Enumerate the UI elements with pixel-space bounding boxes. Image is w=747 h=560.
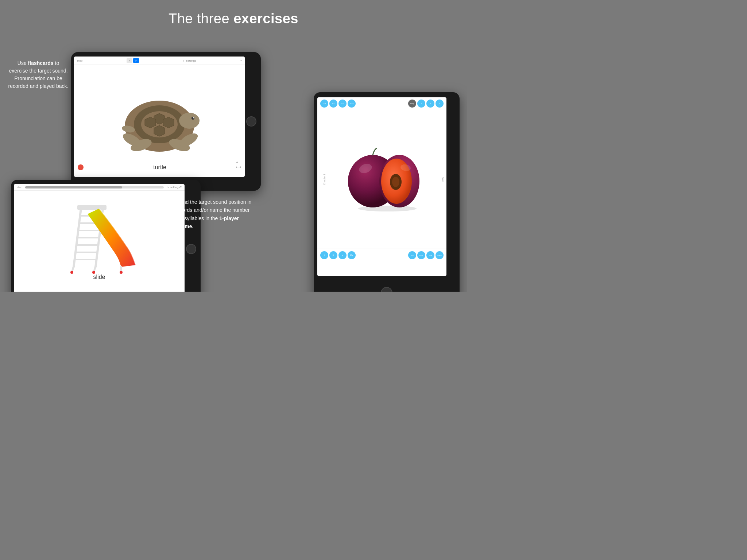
progress-bar-fill — [25, 186, 122, 188]
flashcard-toolbar: stop < > l - settings ? — [74, 57, 245, 65]
plum-image — [342, 143, 422, 216]
svg-marker-5 — [145, 117, 156, 128]
flashcard-bottom-bar: turtle + ⟷ − — [74, 158, 245, 176]
bottom-pos-btn-4[interactable]: —•— — [436, 251, 444, 259]
game-help-button[interactable]: ? — [180, 186, 182, 189]
turtle-svg — [105, 86, 214, 159]
bottom-left-buttons: I E M M+ — [320, 251, 356, 259]
nav-prev-btn[interactable]: < — [127, 58, 132, 63]
nav-buttons: < > — [127, 58, 139, 63]
title-regular: The three — [169, 11, 233, 26]
ipad-flashcard-screen: stop < > l - settings ? — [74, 57, 245, 177]
top-btn-I[interactable]: I — [417, 100, 425, 108]
bottom-btn-Mplus[interactable]: M+ — [348, 251, 356, 259]
top-btn-1[interactable]: —• — [320, 100, 328, 108]
ipad-2player-screen: —• •— •—• •—• stop I J S Chapter 1 — [317, 97, 446, 276]
ipad-bottom-left-home-button[interactable] — [186, 244, 196, 254]
ipad-right-home-button[interactable] — [381, 287, 392, 292]
svg-marker-6 — [154, 125, 165, 136]
bottom-btn-E[interactable]: E — [329, 251, 337, 259]
zoom-in-btn[interactable]: + — [236, 160, 241, 164]
svg-point-9 — [193, 117, 194, 118]
zoom-out-btn[interactable]: − — [236, 170, 241, 174]
bottom-btn-M[interactable]: M — [338, 251, 347, 259]
2player-bottom-bar: I E M M+ •— •—• —• —•— — [317, 249, 446, 261]
2player-top-bar: —• •— •—• •—• stop I J S — [317, 97, 446, 110]
flashcard-content: turtle + ⟷ − — [74, 65, 245, 176]
settings-button[interactable]: l - settings — [183, 59, 196, 62]
svg-point-30 — [92, 271, 95, 274]
plum-svg — [342, 147, 422, 212]
svg-point-29 — [70, 271, 73, 274]
game-toolbar: stop l - settings ? — [14, 184, 185, 191]
slide-word: slide — [93, 274, 105, 280]
flashcard-controls: + ⟷ − — [236, 160, 241, 174]
svg-rect-10 — [179, 118, 190, 125]
plum-content: Chapter 1 — [317, 110, 446, 249]
flashcards-bold: flashcards — [28, 60, 54, 66]
chapter-label: Chapter 1 — [323, 174, 326, 185]
top-btn-J[interactable]: J — [426, 100, 434, 108]
top-btn-3[interactable]: •—• — [338, 100, 347, 108]
top-left-buttons: —• •— •—• •—• — [320, 100, 356, 108]
flashcard-description: Use flashcards to exercise the target so… — [7, 59, 69, 90]
nav-next-btn[interactable]: > — [133, 58, 139, 63]
pos-label: 60% — [441, 177, 444, 182]
game-1player-description: Find the target sound position in words … — [179, 198, 252, 231]
ipad-game-screen: stop l - settings ? — [14, 184, 185, 292]
svg-rect-25 — [77, 205, 107, 210]
bottom-pos-btn-3[interactable]: —• — [426, 251, 434, 259]
game-stop-button[interactable]: stop — [17, 186, 22, 189]
svg-point-31 — [120, 271, 123, 274]
1player-bold: 1-player game. — [179, 215, 239, 229]
stop-btn-right[interactable]: stop — [408, 100, 416, 108]
top-btn-4[interactable]: •—• — [348, 100, 356, 108]
zoom-fit-btn[interactable]: ⟷ — [236, 165, 241, 169]
slide-image — [48, 199, 150, 272]
progress-bar — [25, 186, 164, 188]
svg-marker-4 — [163, 117, 174, 128]
bottom-btn-I[interactable]: I — [320, 251, 328, 259]
bottom-pos-btn-2[interactable]: •—• — [417, 251, 425, 259]
slide-content: slide — [14, 191, 185, 289]
page-title: The three exercises — [0, 0, 467, 27]
turtle-image — [105, 86, 214, 159]
word-label: turtle — [84, 164, 236, 171]
top-btn-2[interactable]: •— — [329, 100, 337, 108]
ipad-game-1player: stop l - settings ? — [11, 180, 201, 292]
bottom-right-buttons: •— •—• —• —•— — [408, 251, 444, 259]
svg-point-40 — [358, 206, 417, 211]
ipad-flashcard: stop < > l - settings ? — [71, 52, 261, 191]
game-settings-button[interactable]: l - settings — [167, 186, 180, 189]
bottom-pos-btn-1[interactable]: •— — [408, 251, 416, 259]
slide-svg — [48, 198, 150, 274]
content-area: Use flashcards to exercise the target so… — [0, 56, 467, 292]
svg-point-38 — [392, 177, 399, 187]
top-btn-S[interactable]: S — [436, 100, 444, 108]
stop-button[interactable]: stop — [77, 59, 82, 62]
record-button[interactable] — [78, 164, 84, 170]
help-button[interactable]: ? — [240, 59, 242, 62]
top-right-buttons: stop I J S — [408, 100, 444, 108]
ipad-game-2player: —• •— •—• •—• stop I J S Chapter 1 — [314, 92, 460, 292]
title-bold: exercises — [233, 11, 298, 26]
ipad-top-home-button[interactable] — [246, 116, 256, 127]
